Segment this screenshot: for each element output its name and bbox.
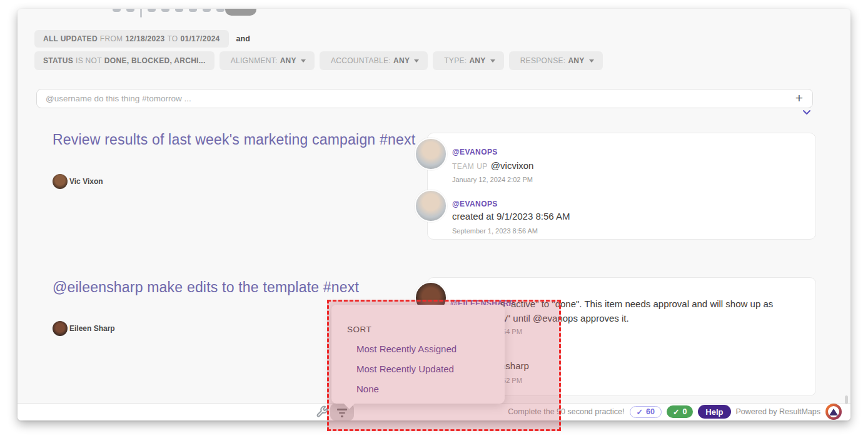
check-icon: ✓ <box>673 407 679 417</box>
task-title[interactable]: @eileensharp make edits to the template … <box>53 279 359 296</box>
filter-row-updated: ALL UPDATED FROM 12/18/2023 TO 01/17/202… <box>34 30 250 48</box>
task-composer: + <box>36 89 813 108</box>
chevron-down-icon <box>490 59 495 63</box>
activity-action: TEAM UP@vicvixon <box>452 160 533 171</box>
task-title[interactable]: Review results of last week's marketing … <box>53 131 415 148</box>
filter-pill-response[interactable]: RESPONSE: ANY <box>509 51 603 70</box>
app-window: ALL UPDATED FROM 12/18/2023 TO 01/17/202… <box>18 9 850 420</box>
resultmaps-logo-icon <box>825 404 842 420</box>
avatar <box>53 321 68 336</box>
sort-menu-title: SORT <box>347 325 371 334</box>
task-assignee: Eileen Sharp <box>53 321 115 336</box>
expand-chevron-icon[interactable] <box>802 108 812 115</box>
task-composer-input[interactable] <box>36 89 813 108</box>
practice-prompt: Complete the 90 second practice! <box>508 407 624 416</box>
filter-pill-updated[interactable]: ALL UPDATED FROM 12/18/2023 TO 01/17/202… <box>34 30 229 48</box>
wrench-icon[interactable] <box>315 405 330 420</box>
screenshot-stage: ALL UPDATED FROM 12/18/2023 TO 01/17/202… <box>0 0 868 443</box>
task-assignee: Vic Vixon <box>53 174 103 189</box>
chevron-down-icon <box>414 59 419 63</box>
filter-pill-type[interactable]: TYPE: ANY <box>433 51 503 70</box>
filter-pill-status[interactable]: STATUS IS NOT DONE, BLOCKED, ARCHI... <box>34 51 214 70</box>
activity-username[interactable]: @EVANOPS <box>452 200 498 208</box>
avatar <box>415 138 447 170</box>
filter-row-criteria: STATUS IS NOT DONE, BLOCKED, ARCHI... AL… <box>34 51 603 70</box>
chevron-down-icon <box>589 59 594 63</box>
sort-option-none[interactable]: None <box>356 384 379 394</box>
clipped-title-cursor <box>140 9 142 18</box>
filter-pill-alignment[interactable]: ALIGNMENT: ANY <box>220 51 315 70</box>
done-count-badge[interactable]: ✓ 0 <box>667 405 693 418</box>
clipped-page-title <box>113 9 238 18</box>
filter-conjunction: and <box>236 34 250 43</box>
activity-text-fragment: w" until @evanops approves it. <box>500 313 629 323</box>
check-icon: ✓ <box>637 407 643 417</box>
activity-timestamp: January 12, 2024 2:02 PM <box>452 176 533 183</box>
footer-right-cluster: Complete the 90 second practice! ✓ 60 ✓ … <box>508 403 842 420</box>
chevron-down-icon <box>301 59 306 63</box>
filter-key: ALL UPDATED <box>43 34 98 43</box>
activity-username[interactable]: @EVANOPS <box>452 148 498 156</box>
sort-option-most-recently-updated[interactable]: Most Recently Updated <box>356 364 454 374</box>
sort-popup: SORT Most Recently Assigned Most Recentl… <box>331 305 505 404</box>
avatar <box>415 190 447 222</box>
activity-text-fragment: s "active" to "done". This item needs ap… <box>500 298 773 309</box>
avatar <box>53 174 68 189</box>
powered-by-label: Powered by ResultMaps <box>736 407 820 416</box>
add-task-button[interactable]: + <box>792 91 807 106</box>
sort-option-most-recently-assigned[interactable]: Most Recently Assigned <box>356 344 457 354</box>
clipped-title-badge <box>225 9 256 16</box>
scrollbar-thumb[interactable] <box>845 395 848 404</box>
pending-count-badge[interactable]: ✓ 60 <box>630 406 662 418</box>
activity-timestamp: September 1, 2023 8:56 AM <box>452 227 538 235</box>
activity-action: created at 9/1/2023 8:56 AM <box>452 211 570 222</box>
filter-pill-accountable[interactable]: ACCOUNTABLE: ANY <box>320 51 428 70</box>
help-button[interactable]: Help <box>698 405 730 419</box>
